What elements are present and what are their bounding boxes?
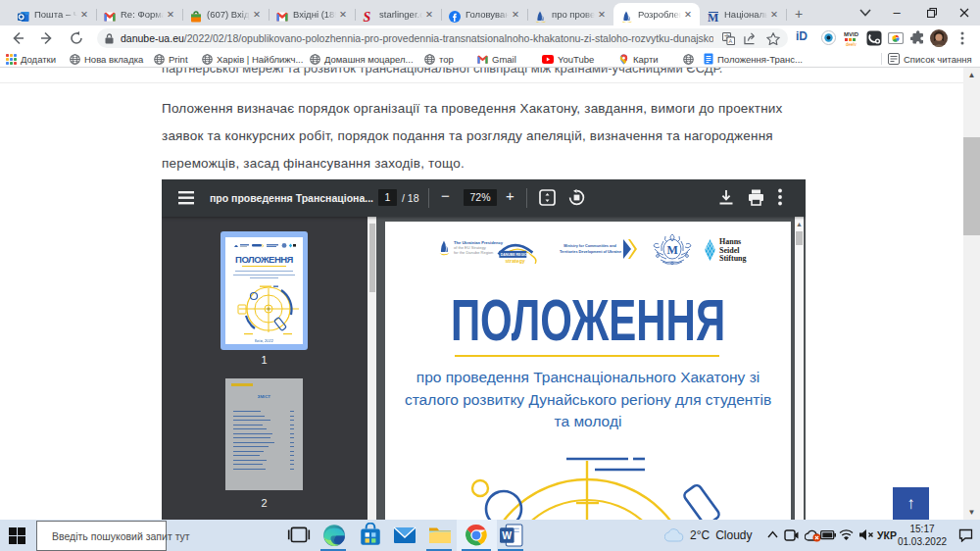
forward-button[interactable] [37, 28, 57, 48]
taskbar-weather[interactable]: 2°C Cloudy [664, 520, 753, 551]
tray-wifi-icon[interactable] [839, 528, 854, 540]
taskbar-chrome-icon[interactable] [464, 523, 489, 548]
extension-eye-icon[interactable] [821, 30, 836, 45]
extension-screenshot-icon[interactable] [888, 30, 904, 46]
browser-tab-9[interactable]: МНаціональ✕ [700, 3, 786, 25]
taskbar-store-icon[interactable] [358, 523, 383, 548]
pdf-thumbnail-2-page[interactable]: ЗМІСТ [225, 378, 303, 490]
pdf-sidebar-scrollbar-thumb[interactable] [369, 224, 375, 292]
pdf-thumbnail-1-selected[interactable]: ПОЛОЖЕННЯ [220, 231, 308, 350]
tray-language[interactable]: УКР [877, 529, 897, 541]
tab-favicon-sail [621, 9, 633, 21]
tab-close-icon[interactable]: ✕ [510, 9, 521, 21]
tray-clock[interactable]: 15:17 01.03.2022 [895, 523, 950, 548]
taskbar-search-box[interactable]: Введіть пошуковий запит тут [36, 521, 167, 551]
pdf-menu-icon[interactable] [178, 191, 194, 205]
reload-button[interactable] [67, 28, 86, 48]
extensions-puzzle-icon[interactable] [910, 30, 925, 45]
window-restore-button[interactable] [927, 8, 937, 18]
bookmark-11[interactable]: Положення-Транс... [704, 51, 803, 67]
scroll-to-top-button[interactable]: ↑ [893, 487, 929, 520]
extension-camera-icon[interactable] [866, 30, 882, 46]
pdf-thumbnail-2-number[interactable]: 2 [225, 497, 303, 509]
bookmark-9[interactable]: Карти [618, 51, 659, 67]
browser-tab-5[interactable]: Sstarlinger.c✕ [355, 3, 441, 25]
taskbar-explorer-icon[interactable] [427, 523, 453, 548]
task-view-button[interactable] [286, 523, 312, 548]
browser-tab-3[interactable]: (607) Вхідн✕ [182, 3, 269, 25]
browser-tab-7[interactable]: про прове✕ [527, 3, 613, 25]
taskbar-mail-icon[interactable] [392, 523, 417, 548]
browser-tab-6[interactable]: Головуван✕ [441, 3, 527, 25]
window-close-button[interactable] [959, 8, 969, 18]
extension-mvid-icon[interactable]: MVID deely [844, 30, 859, 46]
tray-battery-icon[interactable] [820, 529, 836, 540]
tray-onedrive-icon[interactable] [805, 528, 821, 542]
address-bar[interactable]: danube-ua.eu/2022/02/18/opublikovano-pol… [97, 28, 788, 48]
new-tab-button[interactable]: + [790, 5, 808, 23]
bookmark-2[interactable]: Нова вкладка [70, 51, 143, 67]
tab-close-icon[interactable]: ✕ [251, 9, 263, 21]
tab-close-icon[interactable]: ✕ [78, 9, 90, 21]
pdf-rotate-icon[interactable] [568, 189, 585, 206]
window-minimize-button[interactable]: – [887, 3, 906, 23]
page-scrollbar-up-arrow[interactable]: ▲ [963, 71, 980, 79]
browser-tab-8[interactable]: Розроблен✕ [613, 3, 700, 25]
pdf-more-options-icon[interactable] [778, 188, 782, 206]
bookmark-5[interactable]: Домашня моцарел... [310, 51, 414, 67]
page-scrollbar[interactable]: ▲ ▼ [963, 68, 980, 520]
share-icon[interactable] [744, 32, 758, 45]
pdf-zoom-in-button[interactable]: + [506, 187, 514, 204]
pdf-download-icon[interactable] [718, 189, 734, 206]
bookmark-4[interactable]: Харків | Найближч... [202, 51, 303, 67]
tab-close-icon[interactable]: ✕ [337, 9, 349, 21]
page-scrollbar-down-arrow[interactable]: ▼ [963, 508, 980, 517]
pdf-fit-page-icon[interactable] [539, 189, 556, 206]
tab-close-icon[interactable]: ✕ [596, 9, 608, 21]
tray-meetnow-icon[interactable] [784, 528, 799, 542]
pdf-page-scrollbar[interactable]: ▲ [795, 217, 804, 520]
tab-close-icon[interactable]: ✕ [423, 9, 435, 21]
back-button[interactable] [8, 28, 27, 48]
thumb2-toc-line [233, 425, 263, 426]
bookmark-star-icon[interactable] [766, 32, 780, 45]
browser-tab-2[interactable]: Re: Форма✕ [96, 3, 182, 25]
reading-list-button[interactable]: Список читання [888, 51, 972, 67]
tab-search-chevron-icon[interactable] [859, 9, 871, 17]
tab-favicon-gmail-svg [104, 11, 116, 23]
pdf-page-scrollbar-thumb[interactable] [796, 231, 803, 245]
bookmark-1[interactable]: Додатки [6, 51, 56, 67]
taskbar-word-icon[interactable]: W [499, 523, 524, 548]
action-center-icon[interactable] [958, 528, 973, 542]
browser-tab-1[interactable]: Пошта – Ч✕ [10, 3, 96, 25]
pdf-zoom-out-button[interactable]: − [441, 187, 450, 204]
pdf-print-icon[interactable] [748, 189, 764, 206]
bookmark-3[interactable]: Print [154, 51, 188, 67]
tray-volume-muted-icon[interactable] [858, 528, 874, 541]
bookmark-8[interactable]: YouTube [542, 51, 594, 67]
tab-close-icon[interactable]: ✕ [768, 9, 780, 21]
pdf-page-input[interactable]: 1 [378, 189, 397, 206]
url-text[interactable]: danube-ua.eu/2022/02/18/opublikovano-pol… [121, 32, 713, 44]
bookmark-6[interactable]: тор [424, 51, 454, 67]
browser-menu-icon[interactable] [960, 31, 964, 45]
pdf-thumbnail-1-number[interactable]: 1 [220, 354, 308, 366]
page-scrollbar-thumb[interactable] [963, 137, 980, 235]
bookmark-10[interactable] [683, 51, 694, 67]
tab-close-icon[interactable]: ✕ [165, 9, 176, 21]
pdf-scrollbar-up-arrow[interactable]: ▲ [796, 221, 803, 227]
extension-id-icon[interactable]: iD [796, 29, 813, 47]
profile-avatar[interactable] [930, 29, 948, 47]
bookmark-7[interactable]: Gmail [477, 51, 516, 67]
tray-chevron-icon[interactable] [767, 530, 778, 538]
pdf-zoom-level[interactable]: 72% [464, 189, 497, 206]
taskbar-edge-icon[interactable] [321, 523, 347, 548]
translate-icon[interactable]: 文 A [722, 32, 735, 45]
browser-tab-4[interactable]: Вхідні (185✕ [269, 3, 355, 25]
tab-favicon-sail-svg [535, 11, 547, 23]
bookmark-label: Print [169, 54, 188, 65]
tab-close-icon[interactable]: ✕ [682, 9, 694, 21]
start-button[interactable] [9, 527, 25, 544]
pdf-sidebar-scrollbar[interactable] [368, 217, 376, 520]
lock-icon [105, 33, 114, 44]
